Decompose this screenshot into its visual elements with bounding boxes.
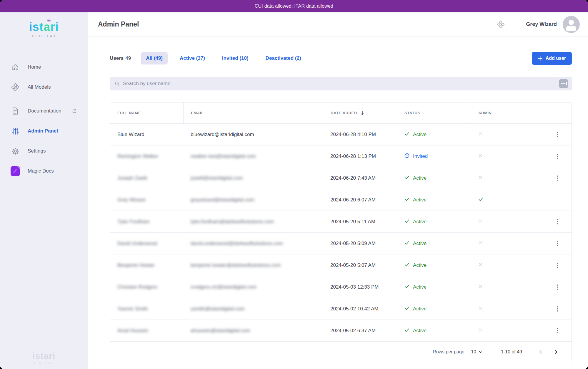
sidebar-watermark-logo: istari DIGITAL: [0, 351, 88, 364]
admin-indicator: [478, 196, 484, 203]
table-row[interactable]: Yasmin Smith ysmith@istaridigital.com 20…: [110, 298, 572, 320]
admin-indicator: [478, 240, 483, 247]
user-date-added: 2024-05-20 5:07 AM: [330, 262, 376, 268]
user-status: Invited: [413, 153, 428, 159]
check-icon: [404, 327, 410, 333]
chevron-left-icon: [538, 349, 543, 355]
sidebar-item-label: Admin Panel: [28, 128, 58, 134]
row-menu-button[interactable]: [555, 326, 561, 336]
brand-sparkle-icon: ✳: [47, 18, 51, 23]
user-email: bluewizard@istaridigital.com: [191, 132, 254, 138]
tab-invited[interactable]: Invited (10): [217, 52, 254, 64]
user-email: rwalker-test@istaridigital.com: [191, 153, 256, 159]
sidebar: istari ✳ DIGITAL Home All Models: [0, 12, 88, 369]
user-full-name: Yasmin Smith: [117, 306, 148, 312]
row-menu-button[interactable]: [555, 151, 561, 161]
sidebar-item-label: Settings: [28, 148, 46, 154]
user-email: greywizard@istaridigital.com: [191, 197, 254, 203]
clock-icon: [404, 153, 410, 158]
row-menu-button[interactable]: [555, 304, 561, 314]
sort-descending-icon: [360, 110, 365, 116]
table-row[interactable]: Joseph Zaelit jzaelit@istaridigital.com …: [110, 167, 572, 189]
sidebar-item-home[interactable]: Home: [0, 57, 88, 77]
row-menu-button[interactable]: [555, 260, 561, 270]
users-total-count: 49: [125, 55, 131, 61]
table-row[interactable]: David Underwood david.underwood@darkwolf…: [110, 233, 572, 254]
table-row[interactable]: Blue Wizard bluewizard@istaridigital.com…: [110, 124, 572, 145]
check-icon: [404, 305, 410, 311]
admin-indicator: [478, 284, 483, 290]
document-icon: [11, 106, 20, 116]
top-bar: Admin Panel Grey Wizard: [88, 12, 588, 37]
sidebar-item-magic-docs[interactable]: Magic Docs: [0, 161, 88, 181]
sidebar-item-label: All Models: [28, 84, 51, 90]
search-input[interactable]: [123, 81, 559, 87]
table-row[interactable]: Grey Wizard greywizard@istaridigital.com…: [110, 189, 572, 211]
column-header-email: EMAIL: [183, 102, 323, 124]
table-row[interactable]: Amal Hussein ahussein@istaridigital.com …: [110, 320, 572, 342]
status-icon: [404, 262, 410, 269]
sidebar-item-settings[interactable]: Settings: [0, 141, 88, 161]
classification-banner: CUI data allowed; ITAR data allowed: [0, 0, 588, 12]
row-menu-button[interactable]: [555, 217, 561, 227]
row-menu-button[interactable]: [555, 173, 561, 183]
admin-panel-icon: [11, 126, 20, 136]
user-status: Active: [413, 328, 427, 334]
status-icon: [404, 131, 410, 138]
sidebar-item-label: Magic Docs: [28, 168, 54, 174]
x-icon: [478, 131, 483, 136]
check-icon: [404, 175, 410, 180]
gear-icon: [11, 146, 20, 156]
check-icon: [404, 218, 410, 224]
add-user-button[interactable]: Add user: [532, 52, 572, 65]
sidebar-item-label: Home: [28, 64, 41, 70]
user-email: tyler.fordham@darkwolfsolutions.com: [191, 219, 274, 225]
user-full-name: Blue Wizard: [117, 132, 144, 138]
brand-logo: istari ✳ DIGITAL: [0, 12, 88, 42]
row-menu-button[interactable]: [555, 239, 561, 249]
user-avatar[interactable]: [563, 16, 580, 33]
app-window: CUI data allowed; ITAR data allowed ista…: [0, 0, 588, 369]
status-icon: [404, 153, 410, 160]
column-header-admin: ADMIN: [471, 102, 545, 124]
status-icon: [404, 284, 410, 291]
user-email: ysmith@istaridigital.com: [191, 306, 245, 312]
check-icon: [404, 262, 410, 267]
admin-indicator: [478, 131, 483, 138]
external-link-icon: [72, 109, 77, 114]
check-icon: [404, 240, 410, 246]
table-row[interactable]: Tyler Fordham tyler.fordham@darkwolfsolu…: [110, 211, 572, 233]
x-icon: [478, 284, 483, 289]
tab-all[interactable]: All (49): [141, 52, 168, 64]
user-full-name: Benjamin Heater: [117, 262, 155, 268]
x-icon: [478, 240, 483, 245]
sidebar-item-documentation[interactable]: Documentation: [0, 101, 88, 121]
next-page-button[interactable]: [552, 348, 560, 356]
tab-deactivated[interactable]: Deactivated (2): [261, 52, 306, 64]
x-icon: [478, 175, 483, 180]
home-icon: [11, 62, 20, 72]
admin-indicator: [478, 262, 483, 269]
tab-active[interactable]: Active (37): [175, 52, 210, 64]
check-icon: [478, 196, 484, 202]
table-row[interactable]: Christian Rodgers crodgers.ctr@istaridig…: [110, 276, 572, 298]
status-icon: [404, 327, 410, 334]
sidebar-item-admin-panel[interactable]: Admin Panel: [0, 121, 88, 141]
row-menu-button[interactable]: [555, 282, 561, 292]
status-icon: [404, 240, 410, 247]
row-menu-button[interactable]: [555, 130, 561, 140]
user-date-added: 2024-05-02 10:42 AM: [330, 306, 379, 312]
sidebar-item-all-models[interactable]: All Models: [0, 77, 88, 97]
table-row[interactable]: Remington Walker rwalker-test@istaridigi…: [110, 145, 572, 167]
table-row[interactable]: Benjamin Heater benjamin.heater@darkwolf…: [110, 254, 572, 276]
page-range-label: 1-10 of 49: [501, 349, 522, 355]
user-date-added: 2024-05-20 5:11 AM: [330, 219, 375, 225]
users-table: FULL NAMEEMAILDATE ADDEDSTATUSADMIN Blue…: [110, 102, 572, 362]
avatar-person-icon: [569, 20, 574, 25]
brand-name: istari: [29, 20, 59, 33]
admin-indicator: [478, 175, 483, 181]
app-switcher-button[interactable]: [494, 18, 507, 31]
rows-per-page-select[interactable]: 10: [471, 349, 483, 355]
input-cursor-icon[interactable]: [559, 79, 568, 88]
previous-page-button[interactable]: [536, 348, 545, 356]
